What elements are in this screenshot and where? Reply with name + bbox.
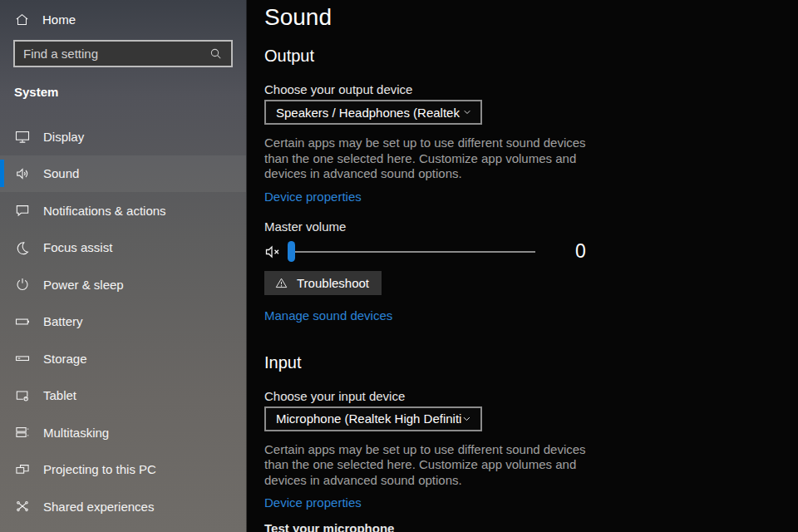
slider-thumb[interactable] [288,241,295,262]
test-microphone-label: Test your microphone [264,521,798,532]
tablet-icon [14,387,31,404]
chevron-down-icon [461,413,472,425]
volume-value: 0 [575,240,586,263]
sidebar-item-shared-experiences[interactable]: Shared experiences [0,488,246,525]
moon-icon [14,239,31,256]
search-input[interactable] [23,47,209,61]
mute-button[interactable] [264,243,283,261]
input-description: Certain apps may be set up to use differ… [264,442,610,489]
sidebar-item-label: Projecting to this PC [43,462,156,476]
sidebar-section-label: System [14,85,246,99]
settings-window: Home System Display Soun [0,0,798,532]
home-label: Home [42,12,76,27]
slider-track[interactable] [288,251,535,253]
sidebar-item-battery[interactable]: Battery [0,303,246,341]
sidebar-item-label: Focus assist [43,240,112,254]
sidebar-item-label: Sound [43,166,79,180]
sidebar-item-label: Storage [43,352,87,366]
troubleshoot-button[interactable]: Troubleshoot [264,271,382,295]
speaker-icon [14,165,31,182]
sidebar-item-label: Tablet [43,388,76,402]
sidebar-home[interactable]: Home [0,0,246,27]
sidebar-item-projecting[interactable]: Projecting to this PC [0,451,246,489]
projecting-icon [14,461,31,478]
sidebar-item-storage[interactable]: Storage [0,340,246,377]
home-icon [14,12,30,27]
input-device-label: Choose your input device [264,388,798,405]
sidebar-item-multitasking[interactable]: Multitasking [0,414,246,451]
volume-mute-icon [264,243,283,261]
warning-icon [274,276,288,290]
shared-experiences-icon [14,498,31,515]
sidebar-item-focus-assist[interactable]: Focus assist [0,229,246,267]
output-device-label: Choose your output device [264,81,798,98]
input-device-properties-link[interactable]: Device properties [264,495,362,510]
master-volume-row: 0 [264,240,798,264]
sidebar-item-label: Power & sleep [43,278,124,292]
sidebar-item-notifications[interactable]: Notifications & actions [0,192,246,229]
power-icon [14,276,31,293]
sidebar-item-label: Notifications & actions [43,204,166,218]
master-volume-label: Master volume [264,219,798,235]
notifications-icon [14,202,31,219]
output-device-properties-link[interactable]: Device properties [264,190,362,204]
battery-icon [14,313,31,330]
sidebar-item-label: Multitasking [43,426,109,440]
sidebar: Home System Display Soun [0,0,247,532]
master-volume-slider[interactable] [288,240,535,264]
chevron-down-icon [462,106,472,118]
output-device-value: Speakers / Headphones (Realtek Hig... [276,106,462,120]
sidebar-item-label: Battery [43,314,83,328]
display-icon [14,128,31,145]
input-section-heading: Input [264,352,798,373]
search-box[interactable] [13,40,233,67]
main-content: Sound Output Choose your output device S… [247,0,798,532]
output-section-heading: Output [264,45,798,66]
sidebar-item-display[interactable]: Display [0,118,246,155]
sidebar-item-label: Shared experiences [43,500,154,514]
storage-icon [14,350,31,367]
sidebar-item-power-sleep[interactable]: Power & sleep [0,266,246,303]
multitasking-icon [14,424,31,441]
sidebar-item-sound[interactable]: Sound [0,155,246,193]
sidebar-item-label: Display [43,130,84,144]
search-icon[interactable] [209,47,224,62]
output-device-dropdown[interactable]: Speakers / Headphones (Realtek Hig... [264,100,482,125]
output-description: Certain apps may be set up to use differ… [264,135,610,182]
sidebar-item-tablet[interactable]: Tablet [0,377,246,415]
sidebar-nav: Display Sound Notifications & actions [0,118,246,525]
input-device-value: Microphone (Realtek High Definitio... [276,411,461,426]
input-device-dropdown[interactable]: Microphone (Realtek High Definitio... [264,406,482,431]
manage-sound-devices-link[interactable]: Manage sound devices [264,308,392,323]
page-title: Sound [264,3,798,32]
troubleshoot-label: Troubleshoot [297,276,369,290]
